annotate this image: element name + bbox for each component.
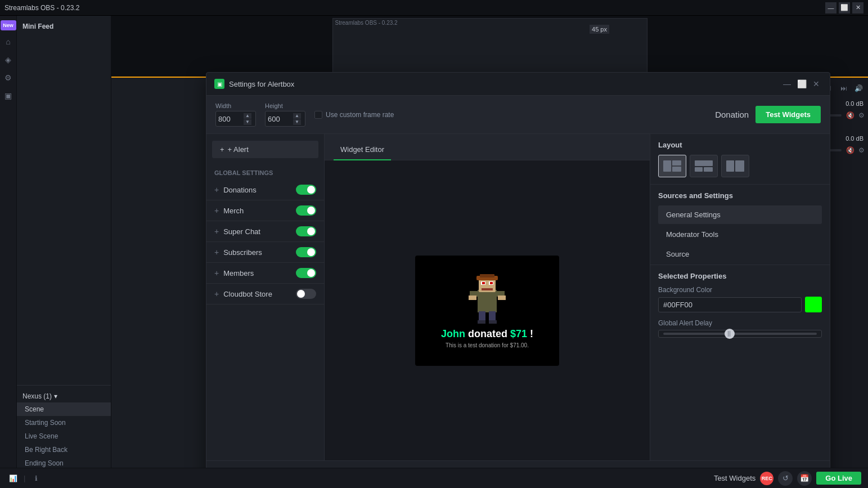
width-down-arrow[interactable]: ▼ [244, 119, 251, 125]
svg-rect-20 [695, 160, 713, 166]
nexus-chevron-icon: ▾ [54, 392, 57, 400]
test-widgets-label: Test Widgets [714, 474, 755, 482]
info-icon-button[interactable]: ℹ [30, 472, 42, 485]
super-chat-toggle[interactable] [296, 226, 316, 236]
layout-option-2[interactable] [690, 155, 718, 177]
donation-subtext: This is a test donation for $71.00. [446, 342, 529, 348]
maximize-button[interactable]: ⬜ [839, 2, 850, 14]
global-alert-delay-label: Global Alert Delay [658, 319, 822, 327]
mute-toggle-2[interactable]: 🔇 [844, 144, 856, 156]
delay-thumb[interactable] [725, 329, 735, 339]
alert-item-super-chat[interactable]: + Super Chat [206, 221, 324, 242]
menu-item-source[interactable]: Source [658, 245, 822, 263]
delay-slider[interactable] [663, 333, 817, 335]
menu-item-general-settings[interactable]: General Settings [658, 205, 822, 224]
width-up-arrow[interactable]: ▲ [244, 113, 251, 119]
scene-item-starting-soon[interactable]: Starting Soon [17, 416, 111, 429]
cloudbot-store-toggle[interactable] [296, 289, 316, 299]
alert-item-members[interactable]: + Members [206, 263, 324, 284]
theme-icon-button[interactable]: ◈ [2, 53, 15, 66]
nexus-label: Nexus (1) [23, 392, 52, 400]
delay-line-2 [730, 331, 730, 337]
sources-title: Sources and Settings [658, 191, 822, 200]
donation-preview: John donated $71 ! This is a test donati… [415, 256, 559, 366]
dialog-title: ▣ Settings for Alertbox [214, 79, 294, 89]
scene-item-live-scene[interactable]: Live Scene [17, 429, 111, 443]
members-label: Members [223, 269, 254, 277]
close-button[interactable]: ✕ [852, 2, 863, 14]
replay-icon-button[interactable]: ↺ [778, 471, 793, 486]
bottom-bar: 📊 | ℹ Test Widgets REC ↺ 📅 Go Live [0, 468, 868, 488]
alert-item-subscribers[interactable]: + Subscribers [206, 242, 324, 263]
donations-expand-icon: + [214, 185, 219, 194]
calendar-icon-button[interactable]: 📅 [797, 471, 812, 486]
merch-toggle[interactable] [296, 205, 316, 216]
widget-icon-button[interactable]: ▣ [2, 89, 15, 102]
home-icon-button[interactable]: ⌂ [2, 35, 15, 48]
svg-rect-12 [498, 296, 506, 300]
minimize-button[interactable]: — [825, 2, 836, 14]
settings-dialog: ▣ Settings for Alertbox — ⬜ ✕ Width [206, 72, 830, 488]
height-up-arrow[interactable]: ▲ [293, 113, 301, 119]
layout-section: Layout [650, 134, 830, 185]
width-input[interactable] [218, 115, 244, 123]
preview-area: Streamlabs OBS - 0.23.2 45 px [111, 16, 868, 78]
super-chat-expand-icon: + [214, 227, 219, 236]
layout-options [658, 155, 822, 177]
go-live-button[interactable]: Go Live [816, 472, 861, 485]
layout-option-3[interactable] [721, 155, 749, 177]
main-content: Streamlabs OBS - 0.23.2 45 px ▣ Settings… [111, 16, 868, 488]
dialog-body: + + Alert Global Settings + Donations [206, 134, 830, 460]
mute-icon-button[interactable]: 🔊 [852, 82, 865, 95]
exclamation: ! [530, 328, 533, 339]
donations-toggle[interactable] [296, 185, 316, 195]
global-alert-delay-field: Global Alert Delay [658, 319, 822, 338]
mute-toggle-1[interactable]: 🔇 [844, 109, 856, 122]
gear-icon-1[interactable]: ⚙ [858, 111, 865, 119]
stats-icon-button[interactable]: 📊 [7, 472, 19, 485]
layout-icon-1 [662, 158, 682, 174]
alert-button[interactable]: + + Alert [212, 141, 318, 158]
center-panel: Widget Editor [325, 134, 650, 460]
alert-item-cloudbot-store[interactable]: + Cloudbot Store [206, 284, 324, 305]
menu-item-moderator-tools[interactable]: Moderator Tools [658, 225, 822, 244]
alert-item-donations[interactable]: + Donations [206, 180, 324, 200]
subscribers-toggle[interactable] [296, 247, 316, 257]
selected-props-title: Selected Properties [658, 272, 822, 280]
scene-item-be-right-back[interactable]: Be Right Back [17, 443, 111, 456]
background-color-input[interactable] [658, 297, 802, 312]
header-right: Donation Test Widgets [715, 106, 821, 123]
right-panel: Layout [650, 134, 830, 460]
background-color-label: Background Color [658, 286, 822, 294]
alert-item-merch[interactable]: + Merch [206, 200, 324, 221]
members-expand-icon: + [214, 268, 219, 277]
merch-expand-icon: + [214, 206, 219, 215]
dialog-maximize-button[interactable]: ⬜ [796, 78, 807, 89]
donation-label: Donation [715, 110, 749, 119]
nexus-header[interactable]: Nexus (1) ▾ [17, 390, 111, 402]
widget-editor-tab: Widget Editor [325, 134, 650, 160]
delay-thumb-inner [728, 331, 731, 337]
dialog-title-text: Settings for Alertbox [229, 80, 294, 88]
scene-item-scene[interactable]: Scene [17, 402, 111, 416]
dialog-close-button[interactable]: ✕ [811, 78, 822, 89]
widget-editor-tab-item[interactable]: Widget Editor [334, 141, 391, 160]
dialog-minimize-button[interactable]: — [781, 78, 793, 89]
skip-icon-button[interactable]: ⏭ [838, 82, 850, 95]
global-settings-label: Global Settings [206, 165, 324, 180]
gear-icon-2[interactable]: ⚙ [858, 146, 865, 154]
custom-frame-rate-checkbox[interactable] [314, 111, 322, 119]
color-swatch[interactable] [805, 297, 822, 312]
height-input[interactable] [268, 115, 293, 123]
icon-sidebar: New ⌂ ◈ ⚙ ▣ [0, 16, 17, 488]
app-title: Streamlabs OBS - 0.23.2 [5, 4, 79, 12]
svg-rect-18 [672, 160, 681, 165]
settings-icon-button[interactable]: ⚙ [2, 71, 15, 84]
preview-label: Streamlabs OBS - 0.23.2 [335, 20, 398, 26]
new-badge-button[interactable]: New [1, 20, 16, 30]
members-toggle[interactable] [296, 268, 316, 278]
test-widgets-button[interactable]: Test Widgets [755, 106, 821, 123]
layout-option-1[interactable] [658, 155, 686, 177]
svg-rect-16 [489, 320, 497, 324]
height-down-arrow[interactable]: ▼ [293, 119, 301, 125]
